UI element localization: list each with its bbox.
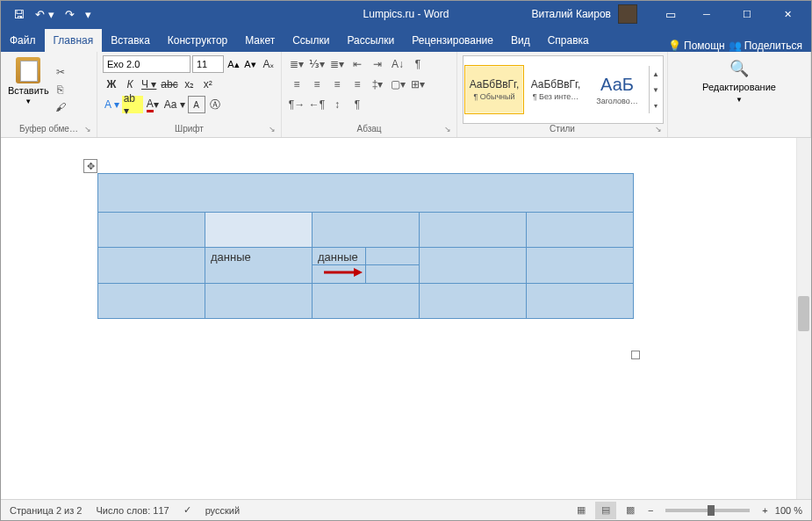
strike-button[interactable]: abc <box>159 76 179 93</box>
ribbon-options-icon[interactable]: ▭ <box>662 6 679 23</box>
decrease-indent-button[interactable]: ⇤ <box>348 55 367 73</box>
line-spacing-button[interactable]: ‡▾ <box>368 76 387 93</box>
save-icon[interactable]: 🖫 <box>10 6 28 23</box>
table-row[interactable] <box>98 174 634 213</box>
vertical-scrollbar[interactable] <box>796 138 811 499</box>
align-center-button[interactable]: ≡ <box>307 76 327 93</box>
zoom-level[interactable]: 100 % <box>775 505 802 516</box>
close-button[interactable]: ✕ <box>767 1 808 27</box>
subscript-button[interactable]: x₂ <box>181 76 198 93</box>
table-cell[interactable] <box>313 265 366 283</box>
dialog-launcher-icon[interactable]: ↘ <box>444 125 451 134</box>
table-move-handle[interactable]: ✥ <box>83 159 97 173</box>
superscript-button[interactable]: x² <box>199 76 217 93</box>
ltr-button[interactable]: ¶→ <box>287 96 306 113</box>
align-right-button[interactable]: ≡ <box>327 76 347 93</box>
table-resize-handle[interactable] <box>631 351 640 359</box>
show-hide-button[interactable]: ¶ <box>348 96 367 113</box>
shading-button[interactable]: ▢▾ <box>388 76 407 93</box>
clear-format-button[interactable]: Aₓ <box>260 55 277 73</box>
tab-view[interactable]: Вид <box>502 29 539 52</box>
gallery-up-icon[interactable]: ▲ <box>650 66 662 82</box>
tab-references[interactable]: Ссылки <box>284 29 338 52</box>
zoom-in-button[interactable]: + <box>758 505 771 516</box>
tab-insert[interactable]: Вставка <box>102 29 159 52</box>
sort-button[interactable]: A↓ <box>388 55 407 73</box>
tab-file[interactable]: Файл <box>1 29 45 52</box>
undo-icon[interactable]: ↶ ▾ <box>32 6 58 23</box>
tab-help[interactable]: Справка <box>539 29 598 52</box>
style-heading1[interactable]: АаБ Заголово… <box>587 65 647 114</box>
change-case-button[interactable]: Aa ▾ <box>162 96 187 113</box>
align-left-button[interactable]: ≡ <box>287 76 306 93</box>
bullets-button[interactable]: ≣▾ <box>287 55 306 73</box>
style-normal[interactable]: АаБбВвГг, ¶ Обычный <box>464 65 524 114</box>
style-no-spacing[interactable]: АаБбВвГг, ¶ Без инте… <box>526 65 586 114</box>
editing-button[interactable]: 🔍 Редактирование ▼ <box>693 55 785 135</box>
show-marks-button[interactable]: ¶ <box>408 55 428 73</box>
dialog-launcher-icon[interactable]: ↘ <box>269 125 276 134</box>
tell-me[interactable]: 💡Помощн <box>668 40 725 52</box>
font-size-combo[interactable] <box>192 55 224 73</box>
format-painter-icon[interactable]: 🖌 <box>54 100 68 114</box>
borders-button[interactable]: ⊞▾ <box>408 76 428 93</box>
dialog-launcher-icon[interactable]: ↘ <box>84 125 91 134</box>
tab-design[interactable]: Конструктор <box>159 29 236 52</box>
read-mode-button[interactable]: ▦ <box>571 502 592 519</box>
dialog-launcher-icon[interactable]: ↘ <box>655 125 662 134</box>
rtl-button[interactable]: ←¶ <box>307 96 327 113</box>
multilevel-button[interactable]: ≣▾ <box>327 55 347 73</box>
user-avatar[interactable] <box>618 4 637 24</box>
maximize-button[interactable]: ☐ <box>727 1 767 27</box>
tab-review[interactable]: Рецензирование <box>403 29 502 52</box>
table-cell[interactable] <box>366 248 420 265</box>
text-effects-button[interactable]: A ▾ <box>103 96 121 113</box>
page-indicator[interactable]: Страница 2 из 2 <box>10 505 82 516</box>
word-table[interactable]: данные данные <box>97 173 634 319</box>
minimize-button[interactable]: ─ <box>686 1 727 27</box>
proofing-icon[interactable]: ✓ <box>183 504 191 516</box>
language-indicator[interactable]: русский <box>205 505 240 516</box>
font-name-combo[interactable] <box>103 55 190 73</box>
cut-icon[interactable]: ✂ <box>54 65 68 79</box>
table-cell[interactable] <box>366 265 420 283</box>
bold-button[interactable]: Ж <box>103 76 120 93</box>
increase-indent-button[interactable]: ⇥ <box>368 55 387 73</box>
print-layout-button[interactable]: ▤ <box>595 502 616 519</box>
gallery-down-icon[interactable]: ▼ <box>650 82 662 98</box>
italic-button[interactable]: К <box>121 76 139 93</box>
table-row[interactable] <box>98 284 634 319</box>
data-cell-1[interactable]: данные <box>205 248 313 284</box>
gallery-more-icon[interactable]: ▾ <box>650 98 662 113</box>
font-color-button[interactable]: A ▾ <box>144 96 162 113</box>
word-count[interactable]: Число слов: 117 <box>96 505 169 516</box>
user-name[interactable]: Виталий Каиров <box>531 8 611 20</box>
table-row[interactable] <box>98 213 634 248</box>
copy-icon[interactable]: ⎘ <box>54 83 68 97</box>
highlight-button[interactable]: ab ▾ <box>122 96 143 113</box>
asian-layout-button[interactable]: ↕ <box>327 96 347 113</box>
justify-button[interactable]: ≡ <box>348 76 367 93</box>
numbering-button[interactable]: ⅓▾ <box>307 55 327 73</box>
document-area[interactable]: ✥ данные данные <box>1 138 811 499</box>
styles-gallery[interactable]: АаБбВвГг, ¶ Обычный АаБбВвГг, ¶ Без инте… <box>463 55 664 124</box>
shrink-font-button[interactable]: A▾ <box>242 55 258 73</box>
char-border-button[interactable]: A <box>188 96 205 113</box>
data-cell-2[interactable]: данные <box>313 248 366 265</box>
grow-font-button[interactable]: A▴ <box>226 55 241 73</box>
zoom-slider[interactable] <box>665 509 750 512</box>
share-button[interactable]: 👥Поделиться <box>729 40 802 52</box>
table-row[interactable]: данные данные <box>98 248 634 284</box>
redo-icon[interactable]: ↷ <box>61 6 78 23</box>
web-layout-button[interactable]: ▩ <box>620 502 641 519</box>
scrollbar-thumb[interactable] <box>798 296 809 331</box>
qat-customize-icon[interactable]: ▾ <box>82 6 95 23</box>
underline-button[interactable]: Ч ▾ <box>140 76 158 93</box>
tab-home[interactable]: Главная <box>45 29 103 52</box>
zoom-out-button[interactable]: − <box>644 505 657 516</box>
zoom-thumb[interactable] <box>708 505 715 516</box>
tab-mailings[interactable]: Рассылки <box>338 29 403 52</box>
paste-button[interactable]: Вставить ▼ <box>6 55 51 124</box>
enclose-chars-button[interactable]: Ⓐ <box>206 96 224 113</box>
tab-layout[interactable]: Макет <box>236 29 284 52</box>
